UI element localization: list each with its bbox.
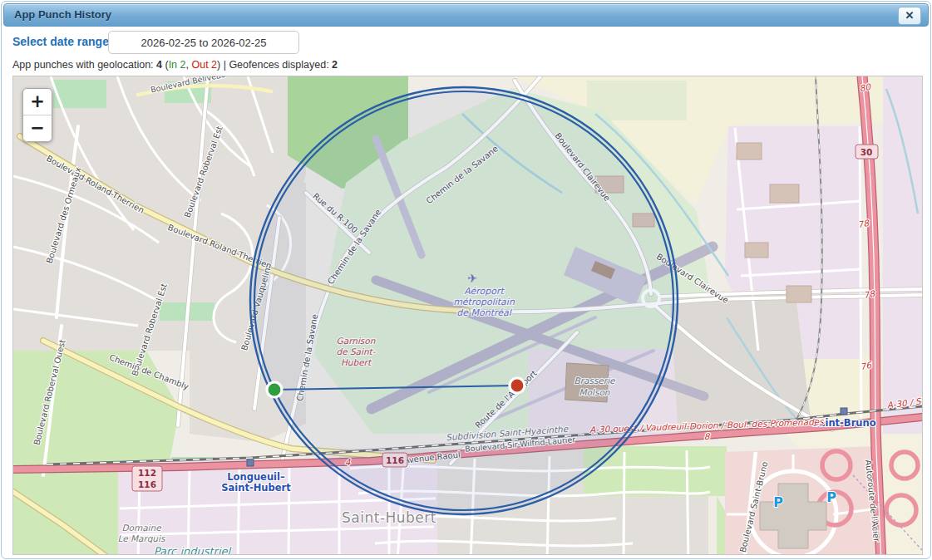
zoom-out-button[interactable]: − <box>23 115 52 141</box>
geofence-circle-1[interactable] <box>250 87 678 514</box>
station-label: Saint-Hubert <box>221 482 291 494</box>
date-range-label: Select date range <box>12 35 109 48</box>
city-label: Saint-Hubert <box>342 509 436 526</box>
station-label: Longueuil– <box>227 471 285 483</box>
close-icon[interactable]: ✕ <box>898 7 921 25</box>
station-longueuil-icon <box>247 459 254 466</box>
route-shield-116: 116 <box>138 479 156 489</box>
app-punch-history-dialog: App Punch History ✕ Select date range Ap… <box>1 1 931 559</box>
map-tiles: Boulevard Béliveau Boulevard Roland-Ther… <box>13 76 922 554</box>
place-label: Domaine <box>121 523 162 533</box>
summary-paren-open: ( <box>162 59 169 71</box>
geofence-overlay <box>250 87 678 514</box>
route-shield-30: 30 <box>860 147 873 157</box>
dialog-titlebar: App Punch History ✕ <box>3 3 929 27</box>
route-shield-112: 112 <box>138 468 156 478</box>
zoom-in-button[interactable]: + <box>23 89 52 115</box>
industrial-park-label: Parc industriel <box>154 545 232 554</box>
punch-in-marker[interactable] <box>267 382 282 397</box>
summary-paren-close: ) | <box>217 59 229 71</box>
geofences-label: Geofences displayed: <box>229 59 332 71</box>
date-range-input[interactable] <box>108 31 299 54</box>
place-label: Le Marquis <box>118 533 166 544</box>
parking-icon: P <box>773 494 783 510</box>
punch-total: 4 <box>156 59 162 71</box>
geofence-count: 2 <box>332 59 338 71</box>
station-saint-bruno-icon <box>841 408 847 415</box>
punch-in-count: In 2 <box>169 59 186 71</box>
summary-label: App punches with geolocation: <box>12 59 156 71</box>
punch-summary: App punches with geolocation: 4 (In 2, O… <box>12 59 338 71</box>
map-canvas[interactable]: + − <box>12 76 923 555</box>
punch-out-marker[interactable] <box>510 378 525 393</box>
dialog-title: App Punch History <box>14 8 111 21</box>
map-zoom-control: + − <box>22 88 52 142</box>
parking-icon: P <box>826 489 836 505</box>
punch-out-count: Out 2 <box>191 59 217 71</box>
